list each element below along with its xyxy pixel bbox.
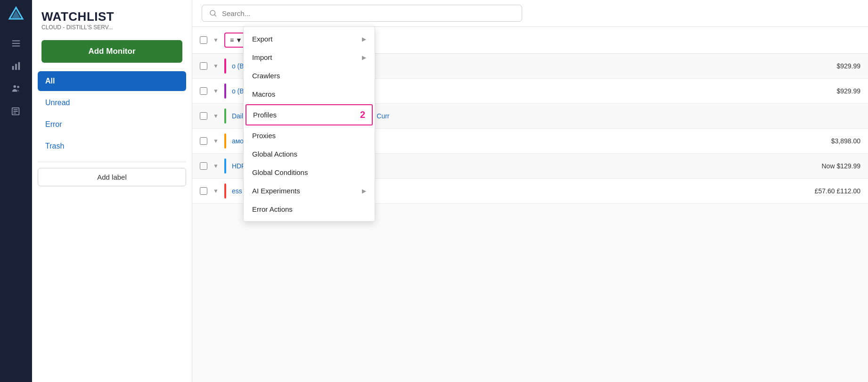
row-expand-icon[interactable]: ▼ bbox=[213, 188, 219, 194]
users-nav-icon[interactable] bbox=[7, 79, 25, 98]
add-label-button[interactable]: Add label bbox=[38, 168, 186, 186]
row-checkbox[interactable] bbox=[200, 87, 207, 95]
top-bar bbox=[192, 0, 868, 27]
nav-item-unread[interactable]: Unread bbox=[38, 93, 186, 113]
left-panel: WATCHLIST CLOUD - DISTILL'S SERV... Add … bbox=[32, 0, 192, 382]
row-color-bar bbox=[224, 133, 226, 149]
svg-point-8 bbox=[14, 85, 16, 88]
menu-item-ai-experiments[interactable]: AI Experiments ▶ bbox=[244, 182, 375, 200]
row-expand-icon[interactable]: ▼ bbox=[213, 88, 219, 94]
add-monitor-button[interactable]: Add Monitor bbox=[41, 40, 182, 63]
left-panel-header: WATCHLIST CLOUD - DISTILL'S SERV... Add … bbox=[32, 0, 192, 63]
svg-line-11 bbox=[214, 15, 216, 16]
menu-item-error-actions-label: Error Actions bbox=[252, 205, 293, 213]
header-expand: ▼ bbox=[213, 37, 219, 43]
menu-item-crawlers[interactable]: Crawlers bbox=[244, 66, 375, 85]
svg-rect-4 bbox=[12, 46, 20, 47]
search-box bbox=[202, 5, 522, 22]
sidebar bbox=[0, 0, 32, 382]
nav-item-error[interactable]: Error bbox=[38, 115, 186, 134]
export-arrow-icon: ▶ bbox=[362, 36, 366, 42]
menu-item-macros[interactable]: Macros bbox=[244, 85, 375, 103]
menu-item-export-label: Export bbox=[252, 35, 272, 43]
row-expand-icon[interactable]: ▼ bbox=[213, 113, 219, 119]
svg-rect-3 bbox=[12, 43, 20, 44]
row-checkbox[interactable] bbox=[200, 62, 207, 70]
menu-item-error-actions[interactable]: Error Actions bbox=[244, 200, 375, 218]
menu-item-profiles[interactable]: Profiles 2 bbox=[246, 104, 373, 125]
menu-item-crawlers-label: Crawlers bbox=[252, 72, 280, 80]
row-price: £57.60 £112.00 bbox=[815, 187, 860, 195]
menu-item-global-actions[interactable]: Global Actions bbox=[244, 145, 375, 163]
row-color-bar bbox=[224, 58, 226, 74]
menu-item-proxies[interactable]: Proxies bbox=[244, 126, 375, 145]
search-input[interactable] bbox=[222, 9, 515, 17]
svg-rect-2 bbox=[12, 41, 20, 42]
row-expand-icon[interactable]: ▼ bbox=[213, 163, 219, 169]
menu-item-proxies-label: Proxies bbox=[252, 132, 276, 140]
select-all-checkbox[interactable] bbox=[200, 36, 207, 44]
nav-item-trash[interactable]: Trash bbox=[38, 136, 186, 156]
step2-badge: 2 bbox=[360, 109, 365, 120]
row-expand-icon[interactable]: ▼ bbox=[213, 138, 219, 144]
row-checkbox[interactable] bbox=[200, 112, 207, 120]
svg-rect-6 bbox=[15, 64, 17, 70]
row-price: $3,898.00 bbox=[831, 137, 860, 145]
row-price: $929.99 bbox=[836, 87, 860, 95]
row-color-bar bbox=[224, 183, 226, 199]
row-checkbox[interactable] bbox=[200, 187, 207, 195]
right-panel: ▼ ≡ ▼ 1 ▼ o (Black) K3605V $929.99 ▼ o (… bbox=[192, 0, 868, 382]
svg-point-9 bbox=[17, 86, 19, 88]
menu-item-import[interactable]: Import ▶ bbox=[244, 48, 375, 66]
app-subtitle: CLOUD - DISTILL'S SERV... bbox=[41, 24, 182, 31]
row-color-bar bbox=[224, 108, 226, 124]
list-nav-icon[interactable] bbox=[7, 34, 25, 53]
book-nav-icon[interactable] bbox=[7, 102, 25, 121]
ai-experiments-arrow-icon: ▶ bbox=[362, 188, 366, 194]
search-icon bbox=[209, 9, 217, 17]
row-expand-icon[interactable]: ▼ bbox=[213, 63, 219, 69]
row-price: $929.99 bbox=[836, 62, 860, 70]
main-area: WATCHLIST CLOUD - DISTILL'S SERV... Add … bbox=[32, 0, 868, 382]
svg-rect-7 bbox=[18, 62, 20, 70]
toolbar-dropdown-arrow: ▼ bbox=[236, 36, 242, 44]
menu-item-export[interactable]: Export ▶ bbox=[244, 30, 375, 48]
import-arrow-icon: ▶ bbox=[362, 54, 366, 61]
nav-divider bbox=[38, 162, 186, 162]
app-logo bbox=[8, 6, 25, 23]
svg-rect-5 bbox=[12, 66, 14, 70]
row-checkbox[interactable] bbox=[200, 162, 207, 170]
row-checkbox[interactable] bbox=[200, 137, 207, 145]
row-color-bar bbox=[224, 158, 226, 174]
nav-section: All Unread Error Trash bbox=[32, 71, 192, 156]
svg-point-10 bbox=[210, 10, 215, 16]
menu-item-global-conditions[interactable]: Global Conditions bbox=[244, 163, 375, 182]
menu-item-global-conditions-label: Global Conditions bbox=[252, 168, 308, 176]
toolbar-menu-icon: ≡ bbox=[230, 36, 234, 44]
nav-item-all[interactable]: All bbox=[38, 71, 186, 91]
menu-item-profiles-label: Profiles bbox=[253, 111, 277, 119]
menu-item-ai-experiments-label: AI Experiments bbox=[252, 187, 300, 195]
menu-item-macros-label: Macros bbox=[252, 90, 275, 98]
row-price: Now $129.99 bbox=[821, 162, 860, 170]
chart-nav-icon[interactable] bbox=[7, 57, 25, 75]
row-color-bar bbox=[224, 83, 226, 99]
app-title: WATCHLIST bbox=[41, 9, 182, 24]
menu-item-import-label: Import bbox=[252, 53, 272, 61]
menu-item-global-actions-label: Global Actions bbox=[252, 150, 297, 158]
dropdown-menu: Export ▶ Import ▶ Crawlers Macros Profil… bbox=[243, 26, 375, 222]
